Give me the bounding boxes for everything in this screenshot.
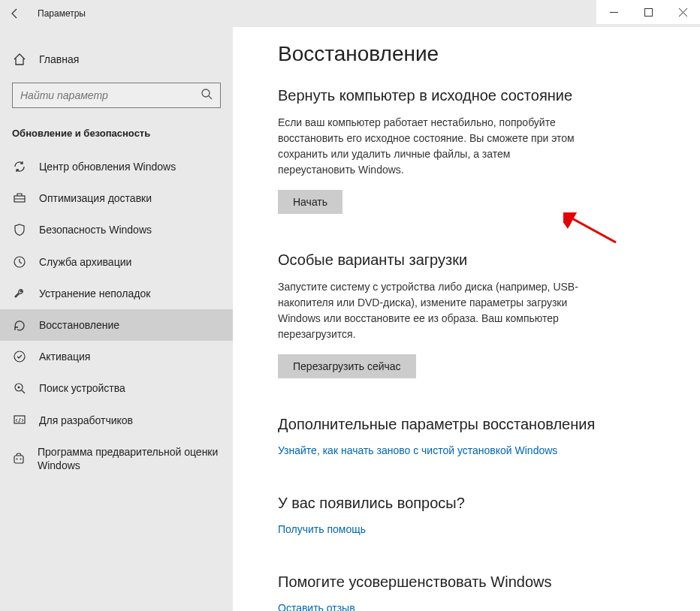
sidebar: Главная Обновление и безопасность Центр …	[0, 27, 233, 611]
restart-now-button[interactable]: Перезагрузить сейчас	[278, 354, 416, 378]
sync-icon	[12, 160, 27, 173]
give-feedback-link[interactable]: Оставить отзыв	[278, 602, 355, 611]
sidebar-item-label: Активация	[39, 350, 90, 363]
sidebar-item-label: Устранение неполадок	[39, 287, 150, 300]
backup-icon	[12, 255, 27, 269]
window-title: Параметры	[38, 8, 86, 19]
sidebar-item-label: Центр обновления Windows	[39, 160, 176, 173]
delivery-icon	[12, 191, 27, 205]
search-icon	[201, 88, 213, 103]
sidebar-item-label: Для разработчиков	[39, 414, 133, 427]
section-title: Вернуть компьютер в исходное состояние	[278, 87, 677, 104]
troubleshoot-icon	[12, 287, 27, 300]
section-feedback: Помогите усовершенствовать Windows Остав…	[278, 573, 677, 611]
svg-point-8	[14, 351, 25, 362]
page-title: Восстановление	[278, 42, 677, 66]
section-more-recovery: Дополнительные параметры восстановления …	[278, 416, 677, 457]
sidebar-item-windows-security[interactable]: Безопасность Windows	[0, 214, 233, 245]
content-area: Восстановление Вернуть компьютер в исход…	[233, 27, 700, 611]
close-button[interactable]	[665, 0, 700, 24]
titlebar: Параметры	[0, 0, 700, 27]
svg-point-15	[20, 458, 22, 459]
search-input[interactable]	[20, 89, 201, 101]
section-title: У вас появились вопросы?	[278, 495, 677, 512]
svg-rect-13	[14, 456, 23, 463]
insider-icon	[12, 452, 26, 465]
sidebar-item-find-my-device[interactable]: Поиск устройства	[0, 372, 233, 404]
minimize-button[interactable]	[596, 0, 631, 24]
sidebar-item-label: Безопасность Windows	[39, 223, 152, 236]
sidebar-section-header: Обновление и безопасность	[0, 122, 233, 151]
window-controls	[596, 0, 700, 24]
search-box[interactable]	[12, 83, 221, 108]
home-nav-item[interactable]: Главная	[0, 47, 233, 72]
sidebar-item-label: Служба архивации	[39, 255, 131, 269]
section-reset-pc: Вернуть компьютер в исходное состояние Е…	[278, 87, 677, 214]
sidebar-item-label: Оптимизация доставки	[39, 191, 152, 205]
reset-start-button[interactable]: Начать	[278, 190, 342, 214]
sidebar-item-label: Программа предварительной оценки Windows	[38, 445, 221, 472]
section-text: Запустите систему с устройства либо диск…	[278, 279, 586, 342]
sidebar-item-label: Восстановление	[39, 318, 119, 332]
back-button[interactable]	[0, 0, 30, 27]
sidebar-item-label: Поиск устройства	[39, 381, 125, 395]
get-help-link[interactable]: Получить помощь	[278, 523, 366, 535]
section-title: Особые варианты загрузки	[278, 251, 677, 269]
findmydevice-icon	[12, 381, 27, 395]
section-text: Если ваш компьютер работает нестабильно,…	[278, 115, 586, 178]
sidebar-item-troubleshoot[interactable]: Устранение неполадок	[0, 278, 233, 309]
maximize-button[interactable]	[631, 0, 665, 24]
annotation-arrow	[563, 212, 623, 250]
home-icon	[12, 53, 27, 66]
sidebar-item-for-developers[interactable]: Для разработчиков	[0, 405, 233, 436]
fresh-start-link[interactable]: Узнайте, как начать заново с чистой уста…	[278, 444, 557, 456]
section-title: Дополнительные параметры восстановления	[278, 416, 677, 433]
svg-point-11	[18, 387, 20, 389]
recovery-icon	[12, 318, 27, 332]
shield-icon	[12, 223, 27, 236]
sidebar-item-windows-insider[interactable]: Программа предварительной оценки Windows	[0, 436, 233, 481]
section-advanced-startup: Особые варианты загрузки Запустите систе…	[278, 251, 677, 378]
section-questions: У вас появились вопросы? Получить помощь	[278, 495, 677, 536]
svg-line-16	[569, 217, 616, 242]
sidebar-item-recovery[interactable]: Восстановление	[0, 309, 233, 341]
home-label: Главная	[39, 53, 79, 65]
activation-icon	[12, 350, 27, 363]
sidebar-item-backup[interactable]: Служба архивации	[0, 246, 233, 278]
svg-line-5	[209, 96, 212, 99]
svg-point-14	[17, 458, 18, 459]
sidebar-item-delivery-optimization[interactable]: Оптимизация доставки	[0, 182, 233, 214]
svg-rect-1	[644, 8, 652, 16]
developers-icon	[12, 414, 27, 427]
svg-line-10	[22, 390, 25, 393]
section-title: Помогите усовершенствовать Windows	[278, 573, 677, 591]
sidebar-item-activation[interactable]: Активация	[0, 341, 233, 372]
sidebar-item-windows-update[interactable]: Центр обновления Windows	[0, 151, 233, 182]
svg-point-4	[202, 89, 210, 97]
